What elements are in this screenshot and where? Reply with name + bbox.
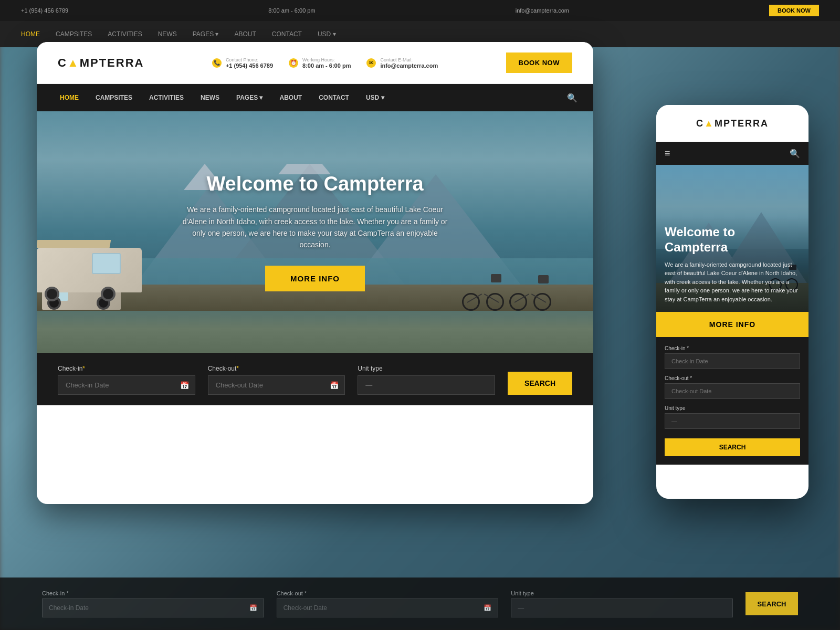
bg-nav-item-campsites: CAMPSITES bbox=[56, 30, 92, 38]
unit-type-field: Unit type — bbox=[358, 365, 495, 395]
phone-icon: 📞 bbox=[212, 58, 222, 68]
bg-booking-bar: Check-in * Check-in Date 📅 Check-out * C… bbox=[0, 578, 840, 630]
unit-type-select[interactable]: — bbox=[358, 375, 495, 395]
nav-item-contact[interactable]: CONTACT bbox=[311, 90, 356, 106]
bg-nav-item-news: NEWS bbox=[158, 30, 177, 38]
mobile-hero-title: Welcome to Campterra bbox=[665, 225, 800, 255]
nav-items: HOME CAMPSITES ACTIVITIES NEWS PAGES ▾ A… bbox=[52, 90, 392, 106]
nav-item-home[interactable]: HOME bbox=[52, 90, 86, 106]
desktop-nav: HOME CAMPSITES ACTIVITIES NEWS PAGES ▾ A… bbox=[37, 84, 593, 111]
mobile-hero-text: Welcome to Campterra We are a family-ori… bbox=[656, 216, 808, 312]
bg-nav-item-usd: USD ▾ bbox=[318, 30, 336, 38]
mobile-header: C▲MPTERRA bbox=[656, 105, 808, 142]
book-now-button[interactable]: BOOK NOW bbox=[506, 52, 572, 73]
bg-nav-item-home: HOME bbox=[21, 30, 40, 38]
bg-phone: +1 (954) 456 6789 bbox=[21, 7, 68, 14]
bg-top-bar: +1 (954) 456 6789 8:00 am - 6:00 pm info… bbox=[0, 0, 840, 21]
mobile-checkout-label: Check-out * bbox=[665, 375, 800, 381]
desktop-header: C▲MPTERRA 📞 Contact phone: +1 (954) 456 … bbox=[37, 42, 593, 84]
checkout-input[interactable] bbox=[208, 375, 345, 395]
mobile-unittype-label: Unit type bbox=[665, 405, 800, 411]
bg-unittype-field: — bbox=[511, 598, 733, 617]
nav-item-campsites[interactable]: CAMPSITES bbox=[88, 90, 140, 106]
nav-item-usd[interactable]: USD ▾ bbox=[359, 90, 392, 106]
mobile-checkin-field: Check-in * bbox=[665, 345, 800, 369]
nav-item-about[interactable]: ABOUT bbox=[272, 90, 310, 106]
hero-description: We are a family-oriented campground loca… bbox=[178, 204, 452, 251]
hours-info: ⏰ Working hours: 8:00 am - 6:00 pm bbox=[289, 57, 351, 69]
desktop-logo: C▲MPTERRA bbox=[58, 56, 144, 70]
bg-hours: 8:00 am - 6:00 pm bbox=[268, 7, 315, 14]
checkin-field: Check-in* 📅 bbox=[58, 365, 195, 395]
phone-info: 📞 Contact phone: +1 (954) 456 6789 bbox=[212, 57, 273, 69]
clock-icon: ⏰ bbox=[289, 58, 298, 68]
mobile-checkout-field: Check-out * bbox=[665, 375, 800, 399]
nav-item-pages[interactable]: PAGES ▾ bbox=[229, 90, 270, 106]
mobile-hero-description: We are a family-oriented campground loca… bbox=[665, 260, 800, 304]
hero-text-overlay: Welcome to Campterra We are a family-ori… bbox=[37, 111, 593, 353]
bg-nav-item-activities: ACTIVITIES bbox=[108, 30, 142, 38]
logo-tent-icon: ▲ bbox=[67, 56, 80, 69]
bg-nav-item-contact: CONTACT bbox=[272, 30, 302, 38]
checkout-input-wrapper: 📅 bbox=[208, 375, 345, 395]
email-info: ✉ Contact e-mail: info@campterra.com bbox=[366, 57, 438, 69]
camper-van bbox=[37, 248, 147, 306]
checkin-input[interactable] bbox=[58, 375, 195, 395]
desktop-card: C▲MPTERRA 📞 Contact phone: +1 (954) 456 … bbox=[37, 42, 593, 504]
bg-nav-item-pages: PAGES ▾ bbox=[193, 30, 219, 38]
mobile-booking-bar: Check-in * Check-out * Unit type SEARCH bbox=[656, 337, 808, 465]
bg-checkout-field: Check-out Date 📅 bbox=[277, 598, 499, 617]
mobile-nav: ≡ 🔍 bbox=[656, 142, 808, 165]
mobile-unittype-input[interactable] bbox=[665, 413, 800, 429]
hamburger-menu-icon[interactable]: ≡ bbox=[665, 148, 670, 159]
checkin-input-wrapper: 📅 bbox=[58, 375, 195, 395]
hero-title: Welcome to Campterra bbox=[206, 173, 423, 195]
mobile-logo-tent-icon: ▲ bbox=[704, 118, 715, 129]
mobile-checkout-input[interactable] bbox=[665, 383, 800, 399]
bg-checkin-field: Check-in Date 📅 bbox=[42, 598, 264, 617]
hero-more-info-button[interactable]: MORE INFO bbox=[265, 266, 365, 291]
nav-item-news[interactable]: NEWS bbox=[193, 90, 227, 106]
checkin-label: Check-in* bbox=[58, 365, 195, 372]
mobile-search-icon[interactable]: 🔍 bbox=[790, 149, 800, 159]
hours-text: Working hours: 8:00 am - 6:00 pm bbox=[302, 57, 351, 69]
mobile-more-info-button[interactable]: MORE INFO bbox=[656, 312, 808, 337]
mobile-hero: Welcome to Campterra We are a family-ori… bbox=[656, 165, 808, 312]
mobile-unittype-field: Unit type bbox=[665, 405, 800, 429]
email-text: Contact e-mail: info@campterra.com bbox=[380, 57, 438, 69]
hero-bikes bbox=[462, 274, 551, 311]
mobile-checkin-input[interactable] bbox=[665, 353, 800, 369]
bg-nav-item-about: ABOUT bbox=[235, 30, 256, 38]
checkout-label: Check-out* bbox=[208, 365, 345, 372]
header-info: 📞 Contact phone: +1 (954) 456 6789 ⏰ Wor… bbox=[212, 57, 438, 69]
bg-unittype-label: Unit type bbox=[511, 590, 733, 596]
bg-email: info@campterra.com bbox=[516, 7, 569, 14]
unit-type-wrapper: — bbox=[358, 375, 495, 395]
nav-search-icon[interactable]: 🔍 bbox=[567, 93, 578, 103]
nav-item-activities[interactable]: ACTIVITIES bbox=[142, 90, 191, 106]
desktop-hero: Welcome to Campterra We are a family-ori… bbox=[37, 111, 593, 353]
checkout-field: Check-out* 📅 bbox=[208, 365, 345, 395]
bg-book-button[interactable]: BOOK NOW bbox=[769, 5, 819, 16]
bg-checkout-label: Check-out * bbox=[277, 590, 499, 596]
bg-checkin-label: Check-in * bbox=[42, 590, 264, 596]
mobile-logo: C▲MPTERRA bbox=[696, 118, 769, 129]
mobile-checkin-label: Check-in * bbox=[665, 345, 800, 351]
email-icon: ✉ bbox=[366, 58, 376, 68]
booking-search-button[interactable]: SEARCH bbox=[508, 372, 572, 395]
bg-search-button[interactable]: SEARCH bbox=[746, 592, 798, 615]
mobile-card: C▲MPTERRA ≡ 🔍 Welcome to Campterra bbox=[656, 105, 808, 499]
mobile-search-button[interactable]: SEARCH bbox=[665, 438, 800, 456]
unit-type-label: Unit type bbox=[358, 365, 495, 372]
phone-text: Contact phone: +1 (954) 456 6789 bbox=[226, 57, 273, 69]
desktop-booking-bar: Check-in* 📅 Check-out* 📅 Unit type — bbox=[37, 353, 593, 405]
